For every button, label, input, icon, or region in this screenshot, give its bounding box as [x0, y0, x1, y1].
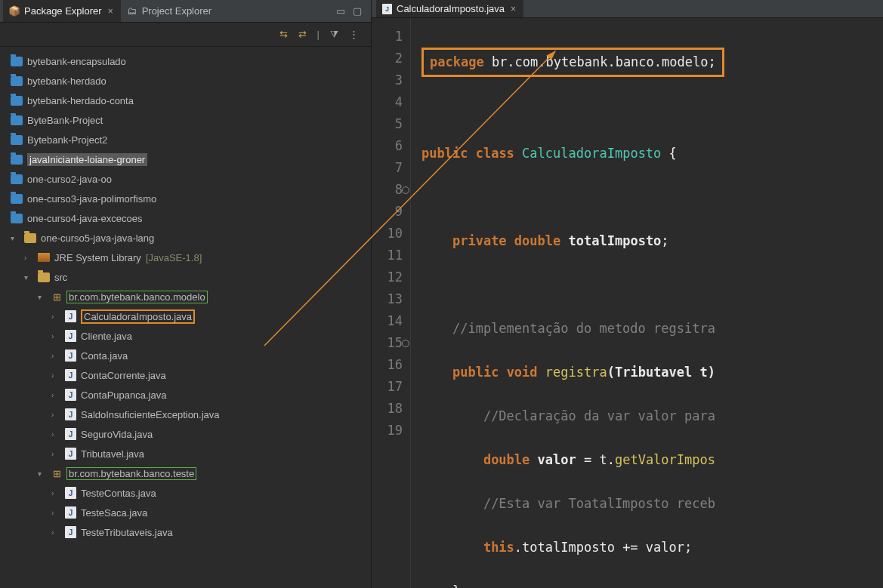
editor-tab-bar: J CalculadoraImposto.java ×: [372, 0, 883, 18]
chevron-down-icon[interactable]: ▾: [11, 234, 20, 242]
filter-icon[interactable]: ⧩: [330, 29, 338, 41]
chevron-right-icon[interactable]: ›: [51, 450, 60, 458]
chevron-right-icon[interactable]: ›: [51, 352, 60, 360]
tree-file-calculadora[interactable]: › J CalculadoraImposto.java: [8, 306, 371, 326]
method-call: getValorImpos: [615, 452, 715, 467]
tree-file[interactable]: ›JContaPupanca.java: [8, 385, 371, 405]
package-icon: ⊞: [51, 468, 62, 479]
tree-label: one-curso3-java-polimorfismo: [27, 193, 156, 205]
tree-label: SaldoInsuficienteException.java: [81, 409, 220, 420]
code-editor[interactable]: 1 2 3 4 5 6 7 8 9 10 11 12 13 14 15 16 1…: [372, 18, 883, 588]
line-number: 9: [372, 201, 403, 223]
keyword: this: [483, 540, 514, 555]
code-content[interactable]: package br.com.bytebank.banco.modelo; pu…: [411, 18, 724, 588]
chevron-right-icon[interactable]: ›: [51, 528, 60, 537]
chevron-right-icon[interactable]: ›: [51, 509, 60, 517]
package-explorer-icon: 📦: [9, 6, 20, 17]
package-declaration-highlight: package br.com.bytebank.banco.modelo;: [421, 48, 724, 77]
line-number: 2: [372, 48, 403, 69]
keyword: double: [514, 233, 560, 248]
tree-label: one-curso4-java-excecoes: [27, 213, 142, 224]
project-tree[interactable]: bytebank-encapsulado bytebank-herdado by…: [0, 47, 371, 588]
brace: }: [452, 583, 460, 588]
chevron-right-icon[interactable]: ›: [51, 391, 60, 399]
chevron-right-icon[interactable]: ›: [51, 332, 60, 340]
maximize-icon[interactable]: ▢: [353, 5, 362, 17]
tree-package-modelo[interactable]: ▾ ⊞ br.com.bytebank.banco.modelo: [8, 287, 371, 306]
expr: .totalImposto += valor;: [514, 540, 692, 555]
folder-icon: [11, 174, 23, 184]
chevron-right-icon[interactable]: ›: [51, 312, 60, 321]
tree-file[interactable]: ›JTesteTributaveis.java: [8, 522, 371, 542]
chevron-down-icon[interactable]: ▾: [24, 273, 33, 282]
view-menu-icon[interactable]: ⋮: [349, 29, 359, 40]
tree-file[interactable]: ›JTesteContas.java: [8, 483, 371, 503]
tree-file[interactable]: ›JSeguroVida.java: [8, 424, 371, 444]
close-icon[interactable]: ×: [509, 4, 517, 14]
keyword: public: [452, 365, 499, 380]
line-number: 17: [372, 376, 403, 398]
line-number: 11: [372, 245, 403, 266]
tab-package-explorer[interactable]: 📦 Package Explorer ×: [3, 0, 121, 22]
tree-file[interactable]: ›JConta.java: [8, 346, 371, 365]
tree-project[interactable]: javaIniciante-loiane-groner: [8, 149, 371, 169]
tree-src[interactable]: ▾ src: [8, 267, 371, 287]
tree-project[interactable]: one-curso4-java-excecoes: [8, 208, 371, 228]
chevron-right-icon[interactable]: ›: [51, 430, 60, 439]
tree-file[interactable]: ›JCliente.java: [8, 326, 371, 346]
line-number: 15: [372, 332, 403, 354]
tree-project-open[interactable]: ▾ one-curso5-java-java-lang: [8, 228, 371, 248]
tree-label: javaIniciante-loiane-groner: [27, 153, 147, 166]
line-number: 18: [372, 398, 403, 420]
tree-project[interactable]: bytebank-encapsulado: [8, 51, 371, 71]
punct: ;: [661, 233, 668, 248]
tree-project[interactable]: one-curso3-java-polimorfismo: [8, 189, 371, 208]
chevron-right-icon[interactable]: ›: [51, 411, 60, 419]
line-number: 6: [372, 135, 403, 157]
minimize-icon[interactable]: ▭: [336, 5, 345, 17]
tree-project[interactable]: Bytebank-Project2: [8, 130, 371, 149]
chevron-right-icon[interactable]: ›: [51, 489, 60, 497]
java-file-icon: J: [65, 330, 76, 342]
tree-label-version: [JavaSE-1.8]: [146, 252, 202, 263]
tree-label: bytebank-herdado: [27, 75, 107, 87]
tab-project-explorer[interactable]: 🗂 Project Explorer: [121, 0, 218, 22]
method-name: registra: [545, 365, 607, 380]
tree-project[interactable]: one-curso2-java-oo: [8, 169, 371, 189]
tree-label: ContaPupanca.java: [81, 389, 166, 401]
tree-jre[interactable]: › JRE System Library [JavaSE-1.8]: [8, 248, 371, 267]
tree-project[interactable]: bytebank-herdado-conta: [8, 91, 371, 110]
editor-tab-label: CalculadoraImposto.java: [397, 3, 505, 14]
left-tab-bar: 📦 Package Explorer × 🗂 Project Explorer …: [0, 0, 371, 23]
chevron-right-icon[interactable]: ›: [51, 371, 60, 380]
tree-label: ContaCorrente.java: [81, 370, 166, 381]
close-icon[interactable]: ×: [107, 6, 115, 17]
editor-panel: J CalculadoraImposto.java × 1 2 3 4 5 6 …: [372, 0, 883, 588]
line-number: 12: [372, 266, 403, 288]
tree-file[interactable]: ›JTributavel.java: [8, 444, 371, 463]
tree-project[interactable]: bytebank-herdado: [8, 71, 371, 91]
tree-label: br.com.bytebank.banco.teste: [66, 467, 196, 480]
chevron-down-icon[interactable]: ▾: [38, 293, 47, 301]
chevron-right-icon[interactable]: ›: [24, 254, 33, 262]
tree-label: bytebank-encapsulado: [27, 56, 126, 67]
line-number-gutter: 1 2 3 4 5 6 7 8 9 10 11 12 13 14 15 16 1…: [372, 18, 411, 588]
keyword: class: [476, 146, 514, 161]
tree-project[interactable]: ByteBank-Project: [8, 110, 371, 130]
tree-file[interactable]: ›JContaCorrente.java: [8, 365, 371, 385]
comment: //implementação do metodo regsitra: [452, 321, 715, 336]
tree-file[interactable]: ›JTesteSaca.java: [8, 503, 371, 522]
folder-icon: [11, 135, 23, 145]
line-number: 1: [372, 26, 403, 48]
editor-tab-calculadora[interactable]: J CalculadoraImposto.java ×: [376, 0, 523, 17]
comment: //Declaração da var valor para: [483, 408, 715, 423]
collapse-all-icon[interactable]: ⇆: [279, 29, 288, 40]
chevron-down-icon[interactable]: ▾: [38, 469, 47, 478]
link-editor-icon[interactable]: ⇄: [298, 29, 307, 40]
folder-icon: [11, 96, 23, 106]
tree-package-teste[interactable]: ▾ ⊞ br.com.bytebank.banco.teste: [8, 463, 371, 483]
tree-file[interactable]: ›JSaldoInsuficienteException.java: [8, 405, 371, 424]
line-number: 3: [372, 69, 403, 91]
folder-icon: [11, 57, 23, 66]
explorer-toolbar: ⇆ ⇄ | ⧩ ⋮: [0, 23, 371, 47]
